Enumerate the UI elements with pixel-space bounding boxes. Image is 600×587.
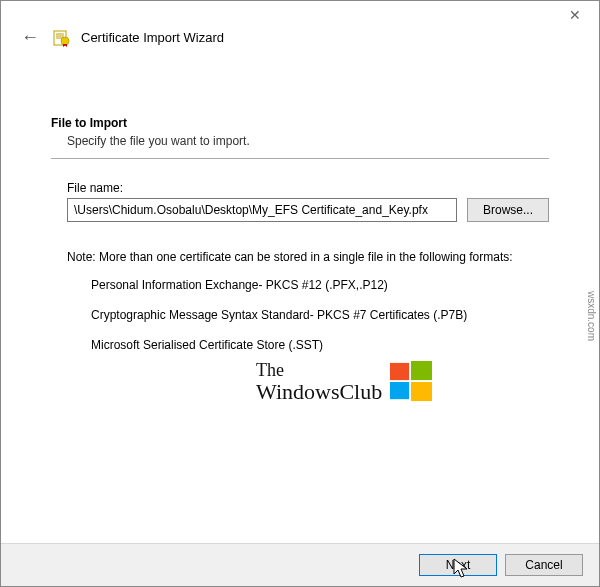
watermark-line2: WindowsClub [256, 380, 382, 403]
back-arrow-icon[interactable]: ← [17, 25, 43, 50]
svg-rect-8 [411, 382, 432, 401]
section-subtitle: Specify the file you want to import. [67, 134, 549, 148]
note-item: Cryptographic Message Syntax Standard- P… [91, 308, 549, 322]
wizard-title: Certificate Import Wizard [81, 30, 224, 45]
side-credit: wsxdn.com [586, 291, 597, 341]
note-item: Personal Information Exchange- PKCS #12 … [91, 278, 549, 292]
svg-point-4 [61, 37, 69, 45]
file-name-label: File name: [67, 181, 549, 195]
close-icon[interactable]: ✕ [561, 4, 589, 26]
certificate-icon [53, 29, 71, 47]
svg-rect-7 [390, 382, 409, 399]
note-lead: Note: More than one certificate can be s… [67, 250, 549, 264]
browse-button[interactable]: Browse... [467, 198, 549, 222]
note-item: Microsoft Serialised Certificate Store (… [91, 338, 549, 352]
divider [51, 158, 549, 159]
file-name-input[interactable] [67, 198, 457, 222]
cancel-button[interactable]: Cancel [505, 554, 583, 576]
section-title: File to Import [51, 116, 549, 130]
next-button[interactable]: Next [419, 554, 497, 576]
